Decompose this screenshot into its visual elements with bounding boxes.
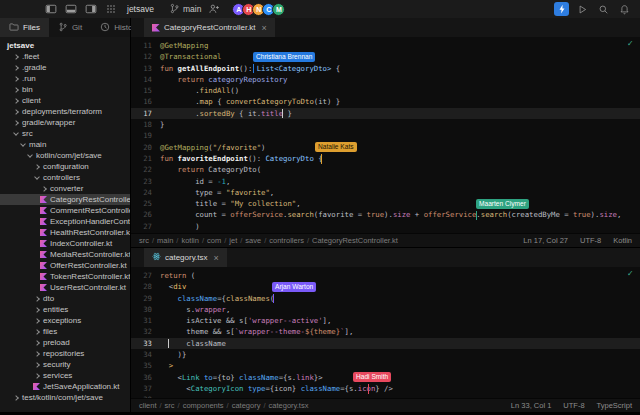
tree-item[interactable]: configuration [0,161,130,172]
panel-right-icon[interactable] [83,2,98,16]
tree-item[interactable]: OfferRestController.kt [0,260,130,271]
notifications-bell-icon[interactable] [617,2,632,16]
breadcrumb-segment[interactable]: client [139,401,157,410]
tree-item[interactable]: JetSaveApplication.kt [0,381,130,392]
code-line[interactable]: 27 ) [131,221,640,232]
code-line[interactable]: 35 > [131,360,640,371]
code-line[interactable]: 21fun favoriteEndpoint(): CategoryDto { [131,153,640,164]
tree-item[interactable]: gradle/wrapper [0,117,130,128]
code-line[interactable]: 18} [131,119,640,130]
code-line[interactable]: 25 title = "My collection", [131,198,640,209]
tree-item[interactable]: MediaRestController.kt [0,249,130,260]
breadcrumb-segment[interactable]: components [183,401,224,410]
tree-item[interactable]: bin [0,84,130,95]
tree-item[interactable]: services [0,370,130,381]
tree-item[interactable]: UserRestController.kt [0,282,130,293]
tree-item[interactable]: .run [0,73,130,84]
avatar[interactable]: M [272,3,285,16]
breadcrumb-segment[interactable]: CategoryRestController.kt [312,236,398,245]
tree-item[interactable]: TokenRestController.kt [0,271,130,282]
code-line[interactable]: 24 type = "favorite", [131,187,640,198]
breadcrumb-segment[interactable]: category [232,401,261,410]
status-encoding[interactable]: UTF-8 [563,401,584,410]
project-name[interactable]: jetsave [127,4,154,14]
code-line[interactable]: 29 className={classNames( [131,293,640,304]
invite-collaborator-icon[interactable] [206,2,221,16]
tree-item[interactable]: kotlin/com/jet/save [0,150,130,161]
tree-item[interactable]: repositories [0,348,130,359]
breadcrumb-segment[interactable]: src [139,236,149,245]
code-line[interactable]: 23 id = -1, [131,176,640,187]
code-line[interactable]: 26 count = offerService.search(favorite … [131,209,640,220]
tree-item-selected[interactable]: CategoryRestController.kt [0,194,130,205]
breadcrumb-segment[interactable]: com [207,236,221,245]
code-line[interactable]: 19 [131,130,640,141]
breadcrumb-segment[interactable]: jet [229,236,237,245]
tree-item[interactable]: client [0,95,130,106]
sidebar-tab-files[interactable]: Files [0,18,49,37]
panel-left-icon[interactable] [43,2,58,16]
status-language[interactable]: Kotlin [613,236,632,245]
code-line[interactable]: 15 .findAll() [131,85,640,96]
code-line[interactable]: 22 return CategoryDto( [131,164,640,175]
code-line[interactable]: 11@GetMapping [131,40,640,51]
close-icon[interactable]: × [214,253,219,263]
lightning-icon[interactable] [554,2,569,16]
code-area[interactable]: 27return (28 <div29 className={className… [131,267,640,398]
tree-item[interactable]: ExceptionHandlerController [0,216,130,227]
status-position[interactable]: Ln 33, Col 1 [511,401,551,410]
code-line[interactable]: 28 <div [131,281,640,292]
code-line[interactable]: 32 theme && s[`wrapper--theme-${theme}`]… [131,326,640,337]
status-encoding[interactable]: UTF-8 [580,236,601,245]
tree-item[interactable]: main [0,139,130,150]
tree-item[interactable]: controllers [0,172,130,183]
status-position[interactable]: Ln 17, Col 27 [523,236,568,245]
status-language[interactable]: TypeScript [597,401,632,410]
tree-item[interactable]: deployments/terraform [0,106,130,117]
breadcrumb-segment[interactable]: main [157,236,173,245]
code-line[interactable]: 33 className [131,338,640,349]
code-line[interactable]: 13fun getAllEndpoint(): List<CategoryDto… [131,63,640,74]
code-line[interactable]: 12@Transactional [131,51,640,62]
tree-item[interactable]: .fleet [0,51,130,62]
breadcrumb-segment[interactable]: controllers [269,236,304,245]
search-icon[interactable] [596,2,611,16]
editor-tab[interactable]: CategoryRestController.kt× [144,18,275,37]
tree-item[interactable]: files [0,326,130,337]
tree-item[interactable]: CommentRestController.kt [0,205,130,216]
code-line[interactable]: 34 )} [131,349,640,360]
breadcrumb-segment[interactable]: category.tsx [269,401,309,410]
breadcrumb-segment[interactable]: kotlin [181,236,199,245]
code-line[interactable]: 17 .sortedBy { it.title } [131,108,640,119]
breadcrumb-segment[interactable]: src [165,401,175,410]
tree-item[interactable]: entities [0,304,130,315]
tree-item[interactable]: IndexController.kt [0,238,130,249]
code-line[interactable]: 16 .map { convertCategoryToDto(it) } [131,96,640,107]
tree-item[interactable]: .gradle [0,62,130,73]
tree-item[interactable]: test/kotlin/com/jet/save [0,392,130,403]
tree-item[interactable]: security [0,359,130,370]
tree-item[interactable]: jetsave [0,40,130,51]
code-line[interactable]: 14 return categoryRepository [131,74,640,85]
code-area[interactable]: 11@GetMapping12@Transactional13fun getAl… [131,37,640,233]
code-line[interactable]: 38 [131,394,640,398]
branch-selector[interactable]: main [169,3,201,16]
tree-item[interactable]: converter [0,183,130,194]
code-line[interactable]: 20@GetMapping("/favorite") [131,142,640,153]
tree-item[interactable]: exceptions [0,315,130,326]
close-icon[interactable]: × [262,23,267,33]
code-line[interactable]: 27return ( [131,270,640,281]
panel-bottom-icon[interactable] [63,2,78,16]
editor-tab[interactable]: category.tsx× [144,248,227,267]
tree-item[interactable]: preload [0,337,130,348]
run-icon[interactable] [575,2,590,16]
code-line[interactable]: 31 isActive && s['wrapper--active'], [131,315,640,326]
code-line[interactable]: 37 <CategoryIcon type={icon} className={… [131,383,640,394]
code-line[interactable]: 30 s.wrapper, [131,304,640,315]
tree-item[interactable]: HealthRestController.kt [0,227,130,238]
breadcrumb-segment[interactable]: save [245,236,261,245]
tree-item[interactable]: dto [0,293,130,304]
tree-item[interactable]: src [0,128,130,139]
sidebar-tab-git[interactable]: Git [49,18,91,37]
workspaces-grid-icon[interactable] [103,2,118,16]
